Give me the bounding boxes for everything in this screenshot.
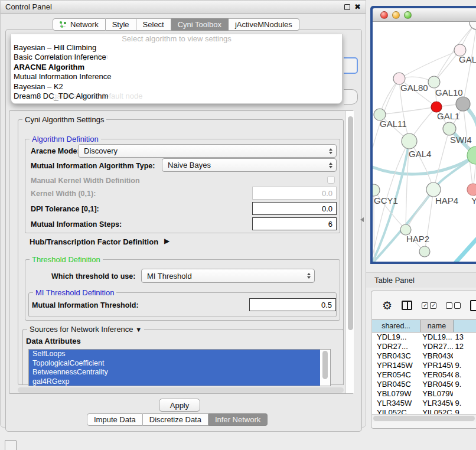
tab-network[interactable]: Network <box>53 18 106 31</box>
table-cell: YBR043C <box>420 351 452 361</box>
gear-icon[interactable]: ⚙ <box>382 300 392 311</box>
network-titlebar[interactable] <box>373 8 476 22</box>
column-header[interactable] <box>454 320 476 332</box>
algorithm-popup-item[interactable]: Mutual Information Inference <box>11 72 342 81</box>
table-cell: YBL079W <box>420 389 452 399</box>
select-all-icon[interactable]: ✓✓ <box>422 302 436 309</box>
network-node[interactable] <box>419 246 430 257</box>
attributes-list[interactable]: SelfLoopsTopologicalCoefficientBetweenne… <box>28 349 331 386</box>
table-hscrollbar-thumb[interactable] <box>373 416 475 421</box>
network-node[interactable] <box>443 122 456 135</box>
table-cell: 9. <box>453 361 476 370</box>
table-row[interactable]: YBR043CYBR043C <box>372 351 476 361</box>
algorithm-popup-item[interactable]: Bayesian – Hill Climbing <box>11 43 342 53</box>
hub-definition-label[interactable]: Hub/Transcription Factor Definition <box>30 237 158 246</box>
mi-threshold-field[interactable]: 0.5 <box>249 298 336 311</box>
float-window-icon[interactable] <box>344 4 350 10</box>
hub-expand-icon[interactable]: ▶ <box>164 237 169 245</box>
mi-type-combo[interactable]: Naive Bayes <box>162 158 337 172</box>
traffic-light-zoom-icon[interactable] <box>404 11 412 19</box>
table-row[interactable]: YDL19...YDL19...13 <box>372 332 476 342</box>
attribute-item[interactable]: SelfLoops <box>29 350 330 359</box>
settings-scrollbar[interactable] <box>345 111 354 393</box>
network-edge <box>455 239 476 262</box>
table-cell: YER054C <box>420 370 452 380</box>
attributes-scrollbar-thumb[interactable] <box>322 351 328 379</box>
tab-impute-data[interactable]: Impute Data <box>87 413 143 426</box>
table-cell: YIL052C <box>372 408 420 414</box>
network-node-label: GAL4 <box>409 149 431 159</box>
tab-label: Style <box>112 20 129 29</box>
algorithm-definition-title: Algorithm Definition <box>30 135 101 144</box>
attributes-hscrollbar[interactable] <box>18 387 344 393</box>
aracne-mode-label: Aracne Mode: <box>31 147 80 155</box>
attribute-item[interactable]: BetweennessCentrality <box>29 368 330 377</box>
sources-collapse-icon[interactable]: ▼ <box>135 326 142 333</box>
which-threshold-combo[interactable]: MI Threshold <box>141 269 315 283</box>
minimized-panel-icon[interactable] <box>5 440 17 450</box>
deselect-all-icon[interactable] <box>446 302 461 309</box>
table-hscrollbar[interactable] <box>372 414 476 422</box>
mi-steps-field[interactable]: 6 <box>252 217 337 230</box>
apply-button[interactable]: Apply <box>159 399 200 412</box>
algorithm-popup-item[interactable]: Bayesian – K2 <box>11 82 342 92</box>
network-node[interactable] <box>470 22 476 30</box>
network-node[interactable] <box>402 133 417 149</box>
table-cell: 9. <box>453 408 476 414</box>
table-row[interactable]: YPR145WYPR145W9. <box>372 361 476 370</box>
network-node[interactable] <box>373 184 380 196</box>
tab-infer-network[interactable]: Infer Network <box>208 413 268 426</box>
close-icon[interactable]: ✖ <box>354 4 361 10</box>
control-panel-tabbar: NetworkStyleSelectCyni ToolboxjActiveMNo… <box>53 18 299 31</box>
table-cell: 9. <box>453 380 476 389</box>
network-node[interactable] <box>428 76 440 88</box>
algorithm-popup-item[interactable]: Dream8 DC_TDC Algorithm <box>11 92 342 101</box>
algorithm-popup-item[interactable]: ARACNE Algorithm <box>11 63 342 72</box>
aracne-mode-combo[interactable]: Discovery <box>78 144 337 158</box>
column-header-shared[interactable]: shared... <box>372 320 420 332</box>
table-cell: YBR043C <box>372 351 420 361</box>
tab-cyni-toolbox[interactable]: Cyni Toolbox <box>171 18 229 31</box>
algorithm-popup: Inference Algorithm gal-filtered.sif def… <box>11 34 343 104</box>
panel-splitter-arrow[interactable] <box>360 217 364 222</box>
stepper-icon <box>329 162 332 168</box>
table-cell: YBR045C <box>420 380 452 389</box>
tab-jactivemnodules[interactable]: jActiveMNodules <box>229 18 299 31</box>
split-view-icon[interactable] <box>402 301 412 310</box>
network-node-label: GCY1 <box>374 195 398 206</box>
table-row[interactable]: YLR345WYLR345W9. <box>372 399 476 408</box>
table-row[interactable]: YER054CYER054C8. <box>372 370 476 380</box>
network-node[interactable] <box>467 184 476 195</box>
table-rows: YDL19...YDL19...13YDR27...YDR27...12YBR0… <box>372 332 476 414</box>
algorithm-popup-item[interactable]: Basic Correlation Inference <box>11 53 342 62</box>
tab-select[interactable]: Select <box>136 18 171 31</box>
attributes-scrollbar[interactable] <box>320 350 330 386</box>
table-row[interactable]: YDR27...YDR27...12 <box>372 342 476 351</box>
table-cell <box>453 351 476 361</box>
traffic-light-minimize-icon[interactable] <box>392 11 400 19</box>
network-node[interactable] <box>456 97 470 111</box>
attribute-item[interactable]: gal4RGexp <box>29 377 330 386</box>
mi-threshold-group-title: MI Threshold Definition <box>33 288 116 297</box>
manual-kernel-checkbox[interactable] <box>327 176 335 184</box>
table-row[interactable]: YBR045CYBR045C9. <box>372 380 476 389</box>
network-canvas[interactable]: GALGAL80GAL10GAL1GAL11SWI4GAL4GCY1HAP4YH… <box>373 22 476 262</box>
dpi-tolerance-field[interactable]: 0.0 <box>252 202 337 215</box>
table-cell <box>453 389 476 399</box>
settings-scrollbar-thumb[interactable] <box>348 116 353 330</box>
table-file-icon[interactable] <box>470 300 476 311</box>
kernel-width-field[interactable]: 0.0 <box>252 187 337 200</box>
tab-style[interactable]: Style <box>106 18 136 31</box>
table-cell: YDL19... <box>372 332 420 342</box>
table-row[interactable]: YIL052CYIL052C9. <box>372 408 476 414</box>
stepper-icon <box>307 273 311 279</box>
tab-discretize-data[interactable]: Discretize Data <box>143 413 208 426</box>
table-row[interactable]: YBL079WYBL079W <box>372 389 476 399</box>
attribute-item[interactable]: TopologicalCoefficient <box>29 359 330 369</box>
column-header-name[interactable]: name <box>420 320 454 332</box>
tab-label: Network <box>70 20 99 29</box>
traffic-light-close-icon[interactable] <box>380 11 388 19</box>
which-threshold-value: MI Threshold <box>147 272 192 281</box>
network-node[interactable] <box>426 182 441 197</box>
table-cell: YPR145W <box>372 361 420 370</box>
